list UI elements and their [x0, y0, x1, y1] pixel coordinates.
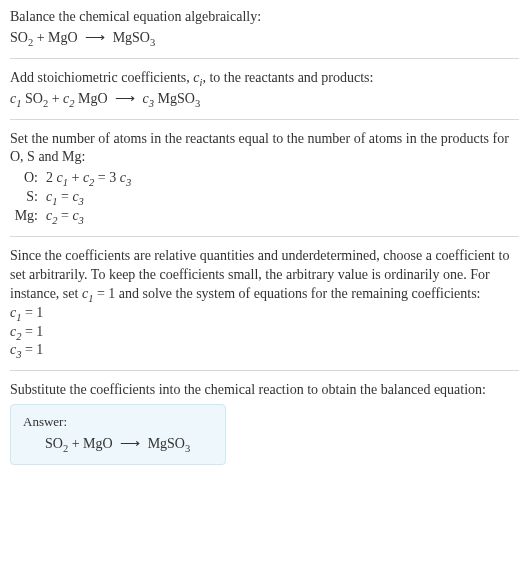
section-answer: Substitute the coefficients into the che… [10, 381, 519, 474]
table-row: O: 2 c1 + c2 = 3 c3 [10, 169, 137, 188]
atoms-table: O: 2 c1 + c2 = 3 c3 S: c1 = c3 Mg: c2 = … [10, 169, 137, 226]
o-c3: c3 [120, 170, 131, 185]
row-label-mg: Mg: [10, 207, 46, 226]
o-c2: c2 [83, 170, 94, 185]
equation-unbalanced: SO2 + MgO ⟶ MgSO3 [10, 29, 519, 48]
product-mgso3: MgSO3 [109, 30, 155, 45]
so2-base: SO [10, 30, 28, 45]
intro-text: Substitute the coefficients into the che… [10, 381, 519, 400]
product-mgso3: MgSO3 [144, 436, 190, 451]
c3: c3 [10, 342, 21, 357]
arrow-icon: ⟶ [116, 436, 144, 451]
answer-box: Answer: SO2 + MgO ⟶ MgSO3 [10, 404, 226, 464]
section-balance-intro: Balance the chemical equation algebraica… [10, 8, 519, 59]
section-atom-equations: Set the number of atoms in the reactants… [10, 130, 519, 237]
s: 3 [79, 215, 84, 226]
c1-set: c1 [82, 286, 93, 301]
coefficient-solutions: c1 = 1 c2 = 1 c3 = 1 [10, 304, 519, 361]
intro-part2: = 1 and solve the system of equations fo… [93, 286, 480, 301]
row-label-s: S: [10, 188, 46, 207]
so2: SO2 [21, 91, 48, 106]
table-row: Mg: c2 = c3 [10, 207, 137, 226]
c1: c1 [10, 305, 21, 320]
answer-label: Answer: [23, 413, 213, 431]
mgso3-sub: 3 [195, 97, 200, 108]
o-2: 2 [46, 170, 57, 185]
plus-mgo: + MgO [68, 436, 116, 451]
section-add-coefficients: Add stoichiometric coefficients, ci, to … [10, 69, 519, 120]
mgso3: MgSO3 [154, 91, 200, 106]
row-eq-s: c1 = c3 [46, 188, 137, 207]
arrow-icon: ⟶ [111, 91, 139, 106]
row-eq-mg: c2 = c3 [46, 207, 137, 226]
coef-line-1: c1 = 1 [10, 304, 519, 323]
c3: c3 [143, 91, 154, 106]
s: 3 [126, 177, 131, 188]
s-c1: c1 [46, 189, 57, 204]
intro-text: Balance the chemical equation algebraica… [10, 8, 519, 27]
equation-with-coeffs: c1 SO2 + c2 MgO ⟶ c3 MgSO3 [10, 90, 519, 109]
mg-c2: c2 [46, 208, 57, 223]
coef-line-3: c3 = 1 [10, 341, 519, 360]
row-label-o: O: [10, 169, 46, 188]
arrow-icon: ⟶ [81, 30, 109, 45]
s-eq: = [57, 189, 72, 204]
o-c1: c1 [57, 170, 68, 185]
reactant-so2: SO2 [10, 30, 33, 45]
plus: + [48, 91, 63, 106]
mg-c3: c3 [72, 208, 83, 223]
o-eq: = 3 [94, 170, 119, 185]
intro-part2: , to the reactants and products: [202, 70, 373, 85]
s-c3: c3 [72, 189, 83, 204]
val: = 1 [21, 342, 43, 357]
mgso3-sub: 3 [150, 37, 155, 48]
c1: c1 [10, 91, 21, 106]
val: = 1 [21, 305, 43, 320]
mgso3-base: MgSO [109, 30, 150, 45]
mgso3-base: MgSO [154, 91, 195, 106]
intro-part1: Add stoichiometric coefficients, [10, 70, 193, 85]
intro-text: Set the number of atoms in the reactants… [10, 130, 519, 168]
mg-eq: = [57, 208, 72, 223]
mgso3-sub: 3 [185, 443, 190, 454]
mgo: MgO [75, 91, 112, 106]
s: 3 [79, 196, 84, 207]
table-row: S: c1 = c3 [10, 188, 137, 207]
c2: c2 [63, 91, 74, 106]
balanced-equation: SO2 + MgO ⟶ MgSO3 [23, 435, 213, 454]
o-plus: + [68, 170, 83, 185]
row-eq-o: 2 c1 + c2 = 3 c3 [46, 169, 137, 188]
reactant-so2: SO2 [45, 436, 68, 451]
c2: c2 [10, 324, 21, 339]
val: = 1 [21, 324, 43, 339]
coef-line-2: c2 = 1 [10, 323, 519, 342]
plus-mgO: + MgO [33, 30, 81, 45]
section-solve-coeffs: Since the coefficients are relative quan… [10, 247, 519, 371]
mgso3-base: MgSO [144, 436, 185, 451]
intro-text: Add stoichiometric coefficients, ci, to … [10, 69, 519, 88]
intro-text: Since the coefficients are relative quan… [10, 247, 519, 304]
so2-base: SO [21, 91, 42, 106]
so2-base: SO [45, 436, 63, 451]
